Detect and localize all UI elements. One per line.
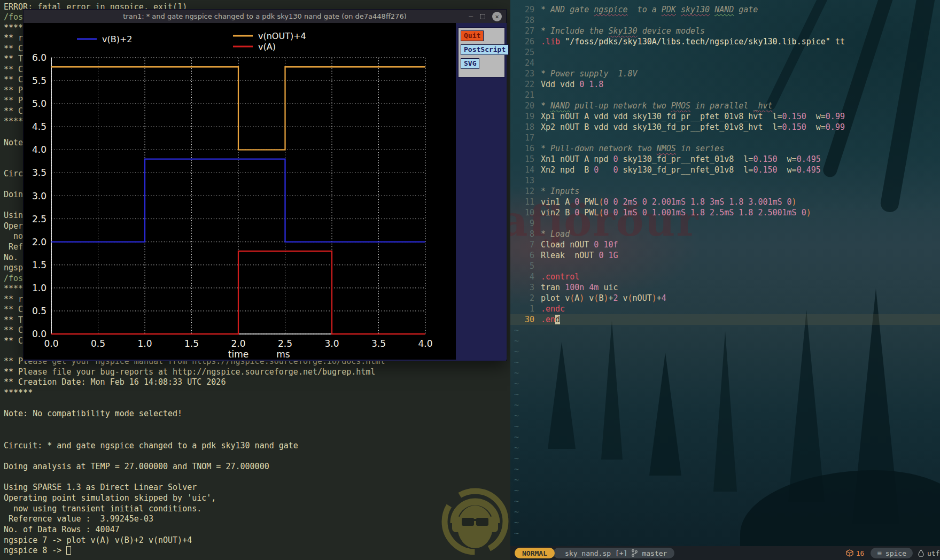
line-content: vin1 A 0 PWL(0 0 2mS 0 2.001mS 1.8 3mS 1…: [541, 197, 797, 207]
tilde-line: ~: [510, 464, 519, 475]
terminal-cursor: [66, 546, 71, 555]
quit-button[interactable]: Quit: [461, 30, 484, 41]
tilde-line: ~: [510, 528, 519, 539]
line-content: .lib "/foss/pdks/sky130A/libs.tech/ngspi…: [541, 36, 845, 47]
editor-line: 14Xn2 npd B 0 0 sky130_fd_pr__nfet_01v8 …: [510, 165, 940, 175]
editor-line: 11vin1 A 0 PWL(0 0 2mS 0 2.001mS 1.8 3mS…: [510, 197, 940, 207]
maximize-button[interactable]: [480, 14, 485, 19]
line-number: 10: [510, 207, 534, 218]
close-button[interactable]: ✕: [492, 12, 502, 21]
statusline-branch: master: [642, 549, 667, 557]
editor-line: 1.endc: [510, 304, 940, 314]
editor-line: 5: [510, 261, 940, 271]
line-content: vin2 B 0 PWL(0 0 1mS 0 1.001mS 1.8 2.5mS…: [541, 207, 811, 218]
line-number: 16: [510, 143, 534, 154]
line-content: Xp2 nOUT B vdd vdd sky130_fd_pr__pfet_01…: [541, 122, 845, 133]
window-titlebar[interactable]: tran1: * and gate ngspice changed to a p…: [24, 10, 506, 23]
svg-text:6.0: 6.0: [32, 52, 46, 63]
terminal-line: [4, 159, 25, 169]
line-number: 12: [510, 186, 534, 197]
line-number: 15: [510, 154, 534, 165]
terminal-line: now using transient initial conditions.: [4, 504, 385, 515]
editor-line: 23* Power supply 1.8V: [510, 68, 940, 79]
tilde-line: ~: [510, 336, 519, 346]
editor-line: 21: [510, 90, 940, 100]
editor-line: 17: [510, 133, 940, 143]
plot-button-panel: Quit PostScript SVG: [458, 27, 505, 77]
editor-line: 3tran 100n 4m uic: [510, 282, 940, 293]
tilde-line: ~: [510, 496, 519, 507]
editor-line: 12* Inputs: [510, 186, 940, 197]
tilde-line: ~: [510, 475, 519, 485]
svg-text:3.0: 3.0: [32, 191, 46, 201]
editor-line: 2plot v(A) v(B)+2 v(nOUT)+4: [510, 293, 940, 304]
terminal-line: /fos: [4, 12, 25, 23]
editor-line: 19Xp1 nOUT A vdd vdd sky130_fd_pr__pfet_…: [510, 111, 940, 122]
editor-line: 27* Include the Sky130 device models: [510, 26, 940, 36]
tilde-line: ~: [510, 378, 519, 389]
terminal-line: [4, 180, 25, 190]
line-content: .endc: [541, 304, 565, 314]
line-content: * Load: [541, 229, 570, 239]
editor-line: 20* NAND pull-up network two PMOS in par…: [510, 100, 940, 111]
terminal-line: ** P: [4, 85, 25, 96]
line-content: Xn1 nOUT A npd 0 sky130_fd_pr__nfet_01v8…: [541, 154, 821, 165]
terminal-line: Circuit: * and gate ngspice changed to a…: [4, 441, 385, 452]
terminal-output: ** Please get your ngspice manual from h…: [4, 356, 385, 556]
terminal-occluded-lines: /fos****** r** C** T** C** C** P** P** C…: [4, 12, 25, 347]
line-content: plot v(A) v(B)+2 v(nOUT)+4: [541, 293, 666, 304]
wallpaper-pine: [601, 321, 623, 460]
window-title: tran1: * and gate ngspice changed to a p…: [24, 12, 506, 20]
terminal-line: [4, 451, 385, 462]
tilde-line: ~: [510, 453, 519, 464]
editor-line: 16* Pull-down network two NMOS in series: [510, 143, 940, 154]
statusline-file-segment[interactable]: sky_nand.sp [+] master: [553, 548, 674, 558]
terminal-line: Circ: [4, 169, 25, 180]
tilde-line: ~: [510, 442, 519, 453]
editor-line: 4.control: [510, 271, 940, 282]
line-number: 1: [510, 304, 534, 314]
postscript-button[interactable]: PostScript: [461, 44, 509, 55]
line-number: 5: [510, 261, 534, 271]
package-cube-icon: [846, 549, 853, 557]
line-number: 17: [510, 133, 534, 143]
vim-statusline: sky_nand.sp [+] master NORMAL 16: [510, 546, 940, 560]
terminal-line: Doin: [4, 190, 25, 200]
line-number: 14: [510, 165, 534, 175]
terminal-line: ** Creation Date: Mon Feb 16 14:08:33 UT…: [4, 377, 385, 388]
editor-line: 6Rleak nOUT 0 1G: [510, 250, 940, 261]
terminal-line: ****: [4, 116, 25, 127]
tilde-line: ~: [510, 410, 519, 421]
terminal-line: [4, 399, 385, 409]
editor-line: 18Xp2 nOUT B vdd vdd sky130_fd_pr__pfet_…: [510, 122, 940, 133]
tilde-line: ~: [510, 421, 519, 432]
tilde-line: ~: [510, 325, 519, 336]
svg-text:0.5: 0.5: [32, 306, 46, 316]
terminal-line: ****: [4, 284, 25, 294]
terminal-line: No.: [4, 253, 25, 263]
tilde-line: ~: [510, 507, 519, 517]
terminal-line: no: [4, 231, 25, 242]
line-content: * Pull-down network two NMOS in series: [541, 143, 724, 154]
line-content: Cload nOUT 0 10f: [541, 239, 618, 250]
tilde-line: ~: [510, 357, 519, 368]
line-number: 27: [510, 26, 534, 36]
line-number: 26: [510, 36, 534, 47]
line-number: 8: [510, 229, 534, 239]
statusline-filename: sky_nand.sp [+]: [565, 549, 627, 557]
svg-button[interactable]: SVG: [461, 58, 479, 69]
svg-text:2.5: 2.5: [32, 214, 46, 224]
terminal-line: [4, 200, 25, 211]
terminal-line: ** C: [4, 336, 25, 347]
tilde-line: ~: [510, 485, 519, 496]
line-content: * Include the Sky130 device models: [541, 26, 705, 36]
line-content: * Inputs: [541, 186, 579, 197]
svg-text:1.5: 1.5: [32, 260, 46, 270]
minimize-button[interactable]: –: [469, 10, 473, 23]
editor-line: 15Xn1 nOUT A npd 0 sky130_fd_pr__nfet_01…: [510, 154, 940, 165]
vim-editor-pane[interactable]: afjörður 29* AND gate ngspice to a PDK s…: [510, 0, 940, 560]
line-number: 4: [510, 271, 534, 282]
tilde-line: ~: [510, 368, 519, 378]
editor-line: 29* AND gate ngspice to a PDK sky130 NAN…: [510, 4, 940, 15]
terminal-line: ** P: [4, 96, 25, 106]
